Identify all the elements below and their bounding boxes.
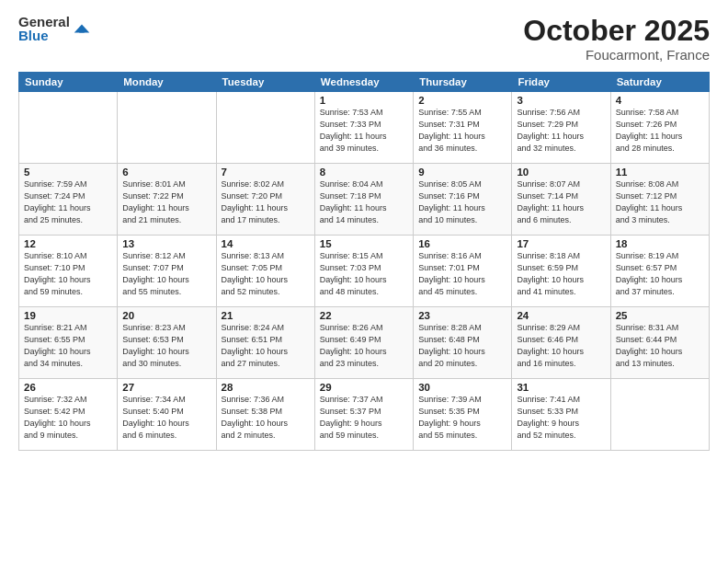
table-row <box>216 92 314 164</box>
day-number: 8 <box>320 167 408 178</box>
day-number: 5 <box>24 167 112 178</box>
table-row: 16Sunrise: 8:16 AM Sunset: 7:01 PM Dayli… <box>414 236 512 307</box>
day-info: Sunrise: 7:59 AM Sunset: 7:24 PM Dayligh… <box>24 178 112 226</box>
table-row: 1Sunrise: 7:53 AM Sunset: 7:33 PM Daylig… <box>314 92 413 164</box>
day-number: 27 <box>122 382 210 393</box>
table-row: 2Sunrise: 7:55 AM Sunset: 7:31 PM Daylig… <box>414 92 512 164</box>
header-row: Sunday Monday Tuesday Wednesday Thursday… <box>19 73 710 92</box>
col-wednesday: Wednesday <box>314 73 413 92</box>
table-row: 5Sunrise: 7:59 AM Sunset: 7:24 PM Daylig… <box>19 164 118 236</box>
day-number: 30 <box>418 382 506 393</box>
month-title: October 2025 <box>523 15 710 47</box>
day-info: Sunrise: 8:07 AM Sunset: 7:14 PM Dayligh… <box>517 178 605 226</box>
table-row: 13Sunrise: 8:12 AM Sunset: 7:07 PM Dayli… <box>118 236 216 307</box>
table-row: 17Sunrise: 8:18 AM Sunset: 6:59 PM Dayli… <box>512 236 610 307</box>
table-row: 20Sunrise: 8:23 AM Sunset: 6:53 PM Dayli… <box>118 307 216 379</box>
week-row-1: 5Sunrise: 7:59 AM Sunset: 7:24 PM Daylig… <box>19 164 710 236</box>
col-sunday: Sunday <box>19 73 118 92</box>
day-number: 25 <box>616 310 704 321</box>
day-number: 3 <box>517 95 605 106</box>
table-row: 6Sunrise: 8:01 AM Sunset: 7:22 PM Daylig… <box>118 164 216 236</box>
logo-general: General <box>18 15 70 29</box>
table-row: 19Sunrise: 8:21 AM Sunset: 6:55 PM Dayli… <box>19 307 118 379</box>
table-row: 28Sunrise: 7:36 AM Sunset: 5:38 PM Dayli… <box>216 379 314 451</box>
table-row: 14Sunrise: 8:13 AM Sunset: 7:05 PM Dayli… <box>216 236 314 307</box>
title-section: October 2025 Foucarmont, France <box>523 15 710 63</box>
day-number: 31 <box>517 382 605 393</box>
table-row: 26Sunrise: 7:32 AM Sunset: 5:42 PM Dayli… <box>19 379 118 451</box>
day-info: Sunrise: 8:24 AM Sunset: 6:51 PM Dayligh… <box>222 322 310 370</box>
day-number: 26 <box>24 382 112 393</box>
day-number: 20 <box>122 310 210 321</box>
day-info: Sunrise: 7:39 AM Sunset: 5:35 PM Dayligh… <box>418 394 506 442</box>
table-row <box>118 92 216 164</box>
day-info: Sunrise: 8:16 AM Sunset: 7:01 PM Dayligh… <box>418 250 506 298</box>
day-number: 15 <box>320 238 408 249</box>
week-row-2: 12Sunrise: 8:10 AM Sunset: 7:10 PM Dayli… <box>19 236 710 307</box>
day-number: 13 <box>122 238 210 249</box>
day-info: Sunrise: 8:15 AM Sunset: 7:03 PM Dayligh… <box>320 250 408 298</box>
col-saturday: Saturday <box>610 73 709 92</box>
table-row: 7Sunrise: 8:02 AM Sunset: 7:20 PM Daylig… <box>216 164 314 236</box>
day-number: 23 <box>418 310 506 321</box>
day-number: 29 <box>320 382 408 393</box>
day-info: Sunrise: 7:56 AM Sunset: 7:29 PM Dayligh… <box>517 107 605 155</box>
table-row: 10Sunrise: 8:07 AM Sunset: 7:14 PM Dayli… <box>512 164 610 236</box>
day-number: 17 <box>517 238 605 249</box>
day-info: Sunrise: 8:10 AM Sunset: 7:10 PM Dayligh… <box>24 250 112 298</box>
table-row <box>610 379 709 451</box>
page: General Blue October 2025 Foucarmont, Fr… <box>0 0 728 563</box>
svg-rect-0 <box>79 30 85 33</box>
table-row: 3Sunrise: 7:56 AM Sunset: 7:29 PM Daylig… <box>512 92 610 164</box>
day-number: 14 <box>222 238 310 249</box>
logo-icon <box>72 18 92 39</box>
day-info: Sunrise: 8:26 AM Sunset: 6:49 PM Dayligh… <box>320 322 408 370</box>
day-info: Sunrise: 8:12 AM Sunset: 7:07 PM Dayligh… <box>122 250 210 298</box>
logo: General Blue <box>18 15 92 42</box>
day-number: 21 <box>222 310 310 321</box>
table-row: 30Sunrise: 7:39 AM Sunset: 5:35 PM Dayli… <box>414 379 512 451</box>
table-row: 4Sunrise: 7:58 AM Sunset: 7:26 PM Daylig… <box>610 92 709 164</box>
header: General Blue October 2025 Foucarmont, Fr… <box>18 15 710 63</box>
day-info: Sunrise: 7:41 AM Sunset: 5:33 PM Dayligh… <box>517 394 605 442</box>
day-number: 24 <box>517 310 605 321</box>
day-info: Sunrise: 8:02 AM Sunset: 7:20 PM Dayligh… <box>222 178 310 226</box>
table-row: 29Sunrise: 7:37 AM Sunset: 5:37 PM Dayli… <box>314 379 413 451</box>
day-number: 16 <box>418 238 506 249</box>
table-row: 18Sunrise: 8:19 AM Sunset: 6:57 PM Dayli… <box>610 236 709 307</box>
day-number: 4 <box>616 95 704 106</box>
table-row: 15Sunrise: 8:15 AM Sunset: 7:03 PM Dayli… <box>314 236 413 307</box>
day-info: Sunrise: 8:28 AM Sunset: 6:48 PM Dayligh… <box>418 322 506 370</box>
day-info: Sunrise: 8:29 AM Sunset: 6:46 PM Dayligh… <box>517 322 605 370</box>
day-info: Sunrise: 8:21 AM Sunset: 6:55 PM Dayligh… <box>24 322 112 370</box>
day-info: Sunrise: 7:58 AM Sunset: 7:26 PM Dayligh… <box>616 107 704 155</box>
day-number: 2 <box>418 95 506 106</box>
table-row: 11Sunrise: 8:08 AM Sunset: 7:12 PM Dayli… <box>610 164 709 236</box>
col-tuesday: Tuesday <box>216 73 314 92</box>
day-number: 1 <box>320 95 408 106</box>
table-row: 31Sunrise: 7:41 AM Sunset: 5:33 PM Dayli… <box>512 379 610 451</box>
day-info: Sunrise: 8:31 AM Sunset: 6:44 PM Dayligh… <box>616 322 704 370</box>
day-number: 19 <box>24 310 112 321</box>
table-row: 9Sunrise: 8:05 AM Sunset: 7:16 PM Daylig… <box>414 164 512 236</box>
day-info: Sunrise: 7:37 AM Sunset: 5:37 PM Dayligh… <box>320 394 408 442</box>
day-info: Sunrise: 7:32 AM Sunset: 5:42 PM Dayligh… <box>24 394 112 442</box>
table-row: 22Sunrise: 8:26 AM Sunset: 6:49 PM Dayli… <box>314 307 413 379</box>
day-info: Sunrise: 8:05 AM Sunset: 7:16 PM Dayligh… <box>418 178 506 226</box>
day-number: 10 <box>517 167 605 178</box>
table-row: 27Sunrise: 7:34 AM Sunset: 5:40 PM Dayli… <box>118 379 216 451</box>
week-row-0: 1Sunrise: 7:53 AM Sunset: 7:33 PM Daylig… <box>19 92 710 164</box>
table-row <box>19 92 118 164</box>
day-number: 18 <box>616 238 704 249</box>
day-info: Sunrise: 7:55 AM Sunset: 7:31 PM Dayligh… <box>418 107 506 155</box>
table-row: 12Sunrise: 8:10 AM Sunset: 7:10 PM Dayli… <box>19 236 118 307</box>
table-row: 8Sunrise: 8:04 AM Sunset: 7:18 PM Daylig… <box>314 164 413 236</box>
day-info: Sunrise: 8:18 AM Sunset: 6:59 PM Dayligh… <box>517 250 605 298</box>
day-number: 22 <box>320 310 408 321</box>
table-row: 21Sunrise: 8:24 AM Sunset: 6:51 PM Dayli… <box>216 307 314 379</box>
col-thursday: Thursday <box>414 73 512 92</box>
day-number: 12 <box>24 238 112 249</box>
week-row-3: 19Sunrise: 8:21 AM Sunset: 6:55 PM Dayli… <box>19 307 710 379</box>
day-info: Sunrise: 8:01 AM Sunset: 7:22 PM Dayligh… <box>122 178 210 226</box>
logo-blue: Blue <box>18 29 70 42</box>
